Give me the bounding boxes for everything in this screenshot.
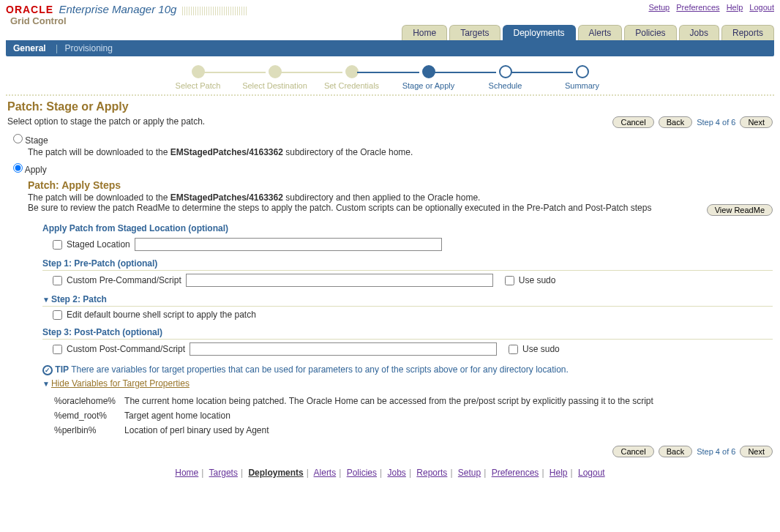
- tip-text: There are variables for target propertie…: [71, 364, 569, 375]
- back-button-bottom[interactable]: Back: [659, 446, 692, 457]
- footer-preferences[interactable]: Preferences: [492, 468, 539, 478]
- footer-help[interactable]: Help: [550, 468, 568, 478]
- footer-deployments[interactable]: Deployments: [248, 468, 303, 478]
- train-step-3-icon: [345, 65, 359, 78]
- apply-label: Apply: [25, 165, 47, 175]
- footer-setup[interactable]: Setup: [458, 468, 481, 478]
- footer-reports[interactable]: Reports: [416, 468, 447, 478]
- var-name: %oraclehome%: [54, 394, 123, 408]
- pre-sudo-checkbox[interactable]: [505, 276, 514, 285]
- stage-desc: The patch will be downloaded to the EMSt…: [28, 147, 773, 157]
- table-row: %oraclehome%The current home location be…: [54, 394, 661, 408]
- hide-vars-row: ▼Hide Variables for Target Properties: [42, 378, 773, 389]
- train-label-3: Set Credentials: [324, 81, 379, 90]
- preferences-link[interactable]: Preferences: [676, 3, 719, 12]
- footer-nav: Home| Targets| Deployments| Alerts| Poli…: [7, 468, 773, 478]
- staged-location-input[interactable]: [135, 238, 442, 251]
- apply-desc-1: The patch will be downloaded to the EMSt…: [28, 192, 773, 203]
- tab-targets[interactable]: Targets: [449, 25, 500, 40]
- next-button[interactable]: Next: [740, 116, 773, 128]
- cancel-button[interactable]: Cancel: [612, 116, 653, 128]
- edit-script-checkbox[interactable]: [53, 310, 62, 320]
- footer-targets[interactable]: Targets: [209, 468, 238, 478]
- stage-option: Stage The patch will be downloaded to th…: [13, 134, 773, 157]
- staged-location-row: Staged Location: [53, 238, 773, 251]
- staged-location-label: Staged Location: [67, 239, 130, 250]
- setup-link[interactable]: Setup: [648, 3, 670, 12]
- step2-heading[interactable]: ▼Step 2: Patch: [42, 294, 773, 307]
- post-cmd-checkbox[interactable]: [53, 345, 62, 354]
- tab-jobs[interactable]: Jobs: [679, 25, 719, 40]
- tip-label: TIP: [55, 364, 69, 375]
- apply-radio[interactable]: [13, 163, 23, 173]
- step-counter-bottom: Step 4 of 6: [697, 447, 735, 456]
- logo-stripes-icon: [182, 7, 248, 15]
- var-name: %perlbin%: [54, 424, 123, 437]
- product-name: Enterprise Manager 10g: [59, 3, 176, 15]
- content: Patch: Stage or Apply Cancel Back Step 4…: [0, 100, 780, 490]
- next-button-bottom[interactable]: Next: [740, 446, 773, 457]
- train-step-4-icon: [422, 65, 435, 78]
- tip-icon: [42, 365, 53, 375]
- train-step-2-icon: [269, 65, 282, 78]
- stage-radio[interactable]: [13, 134, 23, 143]
- patch-row: Edit default bourne shell script to appl…: [53, 310, 773, 320]
- view-readme-button[interactable]: View ReadMe: [707, 204, 773, 216]
- train-step-6-icon: [576, 65, 589, 78]
- header: ORACLE Enterprise Manager 10g Grid Contr…: [0, 0, 780, 26]
- pre-patch-row: Custom Pre-Command/Script Use sudo: [53, 274, 773, 287]
- tab-home[interactable]: Home: [402, 25, 447, 40]
- wizard-train: Select Patch Select Destination Set Cred…: [0, 65, 780, 90]
- var-desc: Location of perl binary used by Agent: [124, 424, 661, 437]
- train-label-1: Select Patch: [176, 81, 221, 90]
- footer-home[interactable]: Home: [175, 468, 198, 478]
- stage-label: Stage: [25, 135, 48, 146]
- cancel-button-bottom[interactable]: Cancel: [612, 446, 653, 457]
- post-cmd-input[interactable]: [190, 342, 497, 356]
- table-row: %perlbin%Location of perl binary used by…: [54, 424, 661, 437]
- subnav: General | Provisioning: [6, 40, 774, 56]
- tab-reports[interactable]: Reports: [721, 25, 774, 40]
- train-label-5: Schedule: [489, 81, 522, 90]
- apply-radio-label[interactable]: Apply: [13, 165, 47, 175]
- footer-logout[interactable]: Logout: [578, 468, 605, 478]
- disclose-icon: ▼: [42, 296, 50, 304]
- apply-details: Patch: Apply Steps The patch will be dow…: [28, 179, 773, 438]
- stage-radio-label[interactable]: Stage: [13, 135, 48, 146]
- footer-alerts[interactable]: Alerts: [314, 468, 337, 478]
- bottom-button-row: Cancel Back Step 4 of 6 Next: [612, 446, 773, 457]
- tab-deployments[interactable]: Deployments: [503, 25, 576, 40]
- help-link[interactable]: Help: [727, 3, 743, 12]
- apply-steps-title: Patch: Apply Steps: [28, 179, 773, 191]
- subnav-provisioning[interactable]: Provisioning: [65, 43, 113, 53]
- train-step-5-icon: [499, 65, 512, 78]
- hide-variables-link[interactable]: Hide Variables for Target Properties: [51, 378, 190, 389]
- var-desc: The current home location being patched.…: [124, 394, 661, 408]
- pre-cmd-input[interactable]: [186, 274, 493, 287]
- disclose-down-icon: ▼: [42, 380, 50, 388]
- top-button-row: Cancel Back Step 4 of 6 Next: [612, 116, 773, 128]
- footer-jobs[interactable]: Jobs: [388, 468, 406, 478]
- train-label-2: Select Destination: [242, 81, 307, 90]
- pre-sudo-label: Use sudo: [519, 275, 556, 285]
- post-sudo-label: Use sudo: [522, 344, 560, 354]
- main-tabs: Home Targets Deployments Alerts Policies…: [0, 25, 780, 40]
- staged-location-checkbox[interactable]: [53, 240, 62, 250]
- tab-policies[interactable]: Policies: [624, 25, 676, 40]
- apply-form: Apply Patch from Staged Location (option…: [42, 223, 773, 438]
- step3-heading: Step 3: Post-Patch (optional): [42, 327, 773, 340]
- back-button[interactable]: Back: [659, 116, 692, 128]
- post-patch-row: Custom Post-Command/Script Use sudo: [53, 342, 773, 356]
- subnav-general[interactable]: General: [13, 43, 46, 53]
- variables-table: %oraclehome%The current home location be…: [53, 393, 662, 438]
- pre-cmd-checkbox[interactable]: [53, 276, 62, 285]
- logout-link[interactable]: Logout: [749, 3, 774, 12]
- footer-policies[interactable]: Policies: [347, 468, 377, 478]
- logo-area: ORACLE Enterprise Manager 10g Grid Contr…: [6, 3, 248, 26]
- train-label-4: Stage or Apply: [402, 81, 455, 90]
- step-counter: Step 4 of 6: [697, 118, 735, 127]
- header-links: Setup Preferences Help Logout: [644, 3, 774, 12]
- post-sudo-checkbox[interactable]: [509, 345, 518, 354]
- var-desc: Target agent home location: [124, 409, 661, 422]
- tab-alerts[interactable]: Alerts: [578, 25, 623, 40]
